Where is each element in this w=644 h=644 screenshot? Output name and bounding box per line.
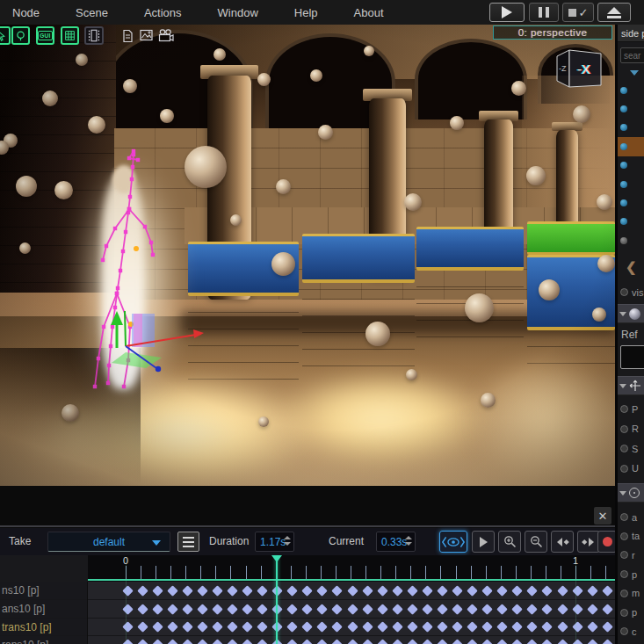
keyframe-diamond[interactable] (182, 640, 193, 644)
track-row[interactable]: ans10 [p] (0, 599, 615, 617)
keyframe-diamond[interactable] (227, 640, 238, 644)
keyframe-diamond[interactable] (511, 585, 523, 597)
transform-property-row[interactable]: R (618, 420, 644, 438)
keyframe-diamond[interactable] (286, 640, 298, 644)
section-header-animation[interactable] (618, 483, 644, 503)
keyframe-diamond[interactable] (542, 640, 554, 644)
spinner-arrows-icon[interactable] (284, 536, 291, 546)
visibility-row[interactable]: vis (618, 283, 644, 301)
outline-item[interactable] (618, 156, 644, 175)
image-icon[interactable] (140, 29, 153, 41)
keyframe-diamond[interactable] (496, 604, 508, 615)
keyframe-diamond[interactable] (572, 640, 583, 644)
keyframe-diamond[interactable] (452, 585, 463, 597)
outline-item[interactable] (618, 231, 644, 250)
keyframe-diamond[interactable] (122, 585, 134, 597)
keyframe-diamond[interactable] (152, 621, 163, 633)
menu-item-window[interactable]: Window (218, 6, 258, 19)
keyframe-diamond[interactable] (467, 640, 478, 644)
track-row[interactable]: ns10 [p] (0, 582, 615, 599)
keyframe-diamond[interactable] (511, 621, 523, 633)
ruler-strip[interactable]: 0 1 (88, 555, 615, 582)
keyframe-diamond[interactable] (572, 585, 583, 597)
keyframe-diamond[interactable] (602, 621, 613, 633)
keyframe-diamond[interactable] (527, 585, 539, 597)
keyframe-diamond[interactable] (467, 621, 478, 633)
keyframe-diamond[interactable] (422, 621, 433, 633)
keyframe-diamond[interactable] (542, 604, 554, 615)
keyframe-diamond[interactable] (481, 604, 493, 615)
keyframe-diamond[interactable] (242, 621, 253, 633)
keyframe-diamond[interactable] (137, 621, 148, 633)
keyframe-diamond[interactable] (301, 585, 313, 597)
keyframe-diamond[interactable] (212, 585, 223, 597)
keyframe-diamond[interactable] (212, 604, 223, 615)
keyframe-diamond[interactable] (347, 585, 358, 597)
anim-property-row[interactable]: p (618, 565, 644, 583)
collapse-panel-icon[interactable]: ❮ (626, 259, 637, 275)
timeline-ruler[interactable]: 0 1 (0, 555, 615, 582)
keyframe-diamond[interactable] (587, 640, 598, 644)
keyframe-diamond[interactable] (542, 621, 554, 633)
outline-item[interactable] (618, 99, 644, 118)
keyframe-diamond[interactable] (557, 621, 568, 633)
keyframe-diamond[interactable] (362, 621, 373, 633)
keyframe-diamond[interactable] (557, 585, 568, 597)
keyframe-diamond[interactable] (481, 621, 493, 633)
keyframe-diamond[interactable] (317, 621, 329, 633)
keyframe-diamond[interactable] (587, 604, 598, 615)
keyframe-diamond[interactable] (347, 604, 358, 615)
ref-input[interactable] (620, 345, 644, 369)
menu-item-actions[interactable]: Actions (144, 6, 182, 19)
transform-property-row[interactable]: P (618, 400, 644, 418)
keyframe-diamond[interactable] (332, 621, 344, 633)
gui-toggle-button[interactable]: GUI (36, 26, 54, 45)
keyframe-diamond[interactable] (317, 604, 329, 615)
track-row[interactable]: trans10 [p] (0, 618, 615, 635)
keyframe-diamond[interactable] (137, 604, 148, 615)
outline-item[interactable] (618, 137, 644, 156)
keyframe-diamond[interactable] (122, 604, 134, 615)
script-icon[interactable] (122, 29, 134, 43)
keyframe-diamond[interactable] (377, 621, 388, 633)
keyframe-diamond[interactable] (437, 585, 448, 597)
keyframe-diamond[interactable] (587, 621, 598, 633)
eject-button[interactable] (597, 3, 631, 22)
keyframe-diamond[interactable] (467, 604, 478, 615)
film-strip-button[interactable] (84, 26, 104, 45)
keyframe-diamond[interactable] (407, 604, 418, 615)
keyframe-diamond[interactable] (377, 640, 388, 644)
keyframe-diamond[interactable] (152, 640, 163, 644)
keyframe-diamond[interactable] (197, 640, 208, 644)
keyframe-diamond[interactable] (317, 585, 329, 597)
navigation-cube[interactable]: -Z -X (552, 46, 606, 91)
keyframe-diamond[interactable] (227, 585, 238, 597)
side-panel-tab[interactable]: side p (618, 25, 644, 42)
keyframe-diamond[interactable] (286, 621, 298, 633)
keyframe-diamond[interactable] (286, 604, 298, 615)
keyframe-diamond[interactable] (602, 585, 613, 597)
keyframe-diamond[interactable] (227, 604, 238, 615)
keyframe-diamond[interactable] (197, 604, 208, 615)
keyframe-diamond[interactable] (242, 585, 253, 597)
duration-spinner[interactable]: 1.17s (255, 532, 294, 552)
zoom-out-button[interactable] (525, 531, 547, 553)
menu-item-scene[interactable]: Scene (76, 6, 108, 19)
outline-item[interactable] (618, 81, 644, 99)
keyframe-diamond[interactable] (437, 621, 448, 633)
keyframe-diamond[interactable] (167, 585, 178, 597)
keyframe-diamond[interactable] (527, 640, 539, 644)
outline-item[interactable] (618, 213, 644, 231)
keyframe-diamond[interactable] (167, 604, 178, 615)
keyframe-diamond[interactable] (437, 604, 448, 615)
keyframe-diamond[interactable] (257, 621, 268, 633)
keyframe-diamond[interactable] (452, 604, 463, 615)
anim-property-row[interactable]: m (618, 584, 644, 603)
anim-property-row[interactable]: ta (618, 527, 644, 546)
keyframe-diamond[interactable] (407, 640, 418, 644)
keyframe-diamond[interactable] (242, 604, 253, 615)
zoom-in-button[interactable] (498, 531, 521, 553)
transform-property-row[interactable]: U (618, 459, 644, 478)
play-button[interactable] (489, 3, 525, 22)
outline-item[interactable] (618, 175, 644, 193)
